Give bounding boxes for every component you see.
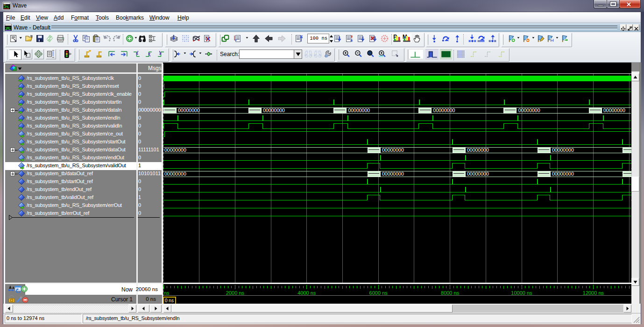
svg-text:00000000: 00000000 bbox=[467, 171, 489, 177]
svg-text:4000 ns: 4000 ns bbox=[297, 290, 316, 296]
svg-text:10000 ns: 10000 ns bbox=[511, 290, 532, 296]
svg-text:00000000: 00000000 bbox=[552, 147, 574, 153]
svg-text:00000000: 00000000 bbox=[348, 107, 370, 113]
svg-text:0 ns: 0 ns bbox=[165, 298, 174, 303]
svg-text:00000000: 00000000 bbox=[164, 171, 186, 177]
svg-text:12000 ns: 12000 ns bbox=[583, 290, 604, 296]
svg-text:00000000: 00000000 bbox=[164, 147, 186, 153]
svg-text:8000 ns: 8000 ns bbox=[441, 290, 460, 296]
svg-text:00000000: 00000000 bbox=[603, 107, 625, 113]
svg-text:00000000: 00000000 bbox=[382, 171, 404, 177]
svg-text:00000000: 00000000 bbox=[433, 107, 455, 113]
svg-text:ns: ns bbox=[164, 290, 170, 296]
svg-text:00000000: 00000000 bbox=[263, 107, 285, 113]
svg-text:00000000: 00000000 bbox=[467, 147, 489, 153]
svg-text:00000000: 00000000 bbox=[178, 107, 200, 113]
svg-text:00000000: 00000000 bbox=[518, 107, 540, 113]
svg-text:00000000: 00000000 bbox=[552, 171, 574, 177]
svg-text:00000000: 00000000 bbox=[382, 147, 404, 153]
svg-text:6000 ns: 6000 ns bbox=[369, 290, 388, 296]
svg-text:2000 ns: 2000 ns bbox=[226, 290, 245, 296]
